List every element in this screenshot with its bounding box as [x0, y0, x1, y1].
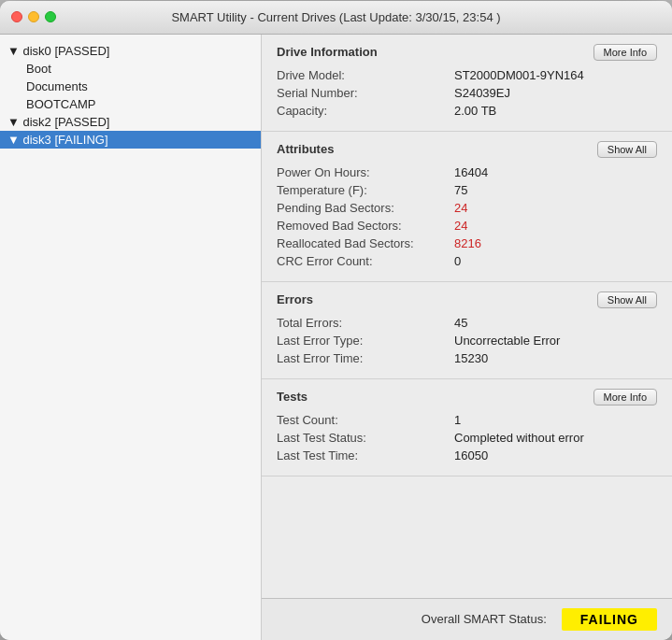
drive-info-rows: Drive Model:ST2000DM001-9YN164Serial Num… [277, 68, 657, 118]
sidebar-item-boot[interactable]: Boot [19, 60, 261, 78]
row-label: CRC Error Count: [277, 254, 454, 268]
sidebar: ▼ disk0 [PASSED]BootDocumentsBOOTCAMP▼ d… [0, 35, 262, 640]
row-label: Total Errors: [277, 316, 454, 330]
drive-info-header: Drive Information More Info [277, 44, 657, 61]
close-button[interactable] [11, 11, 22, 22]
table-row: Test Count:1 [277, 413, 657, 427]
drive-more-info-button[interactable]: More Info [593, 44, 657, 61]
errors-show-all-button[interactable]: Show All [597, 292, 657, 308]
row-label: Pending Bad Sectors: [277, 201, 454, 215]
table-row: Removed Bad Sectors:24 [277, 219, 657, 233]
minimize-button[interactable] [28, 11, 39, 22]
row-label: Temperature (F): [277, 183, 454, 197]
attributes-section: Attributes Show All Power On Hours:16404… [262, 132, 672, 282]
row-label: Last Test Status: [277, 431, 454, 445]
row-label: Power On Hours: [277, 165, 454, 179]
row-value: 75 [454, 183, 467, 197]
main-panel: Drive Information More Info Drive Model:… [262, 35, 672, 640]
table-row: CRC Error Count:0 [277, 254, 657, 268]
attributes-title: Attributes [277, 142, 334, 156]
window-title: SMART Utility - Current Drives (Last Upd… [171, 10, 500, 24]
attributes-show-all-button[interactable]: Show All [597, 141, 657, 158]
row-value: 16050 [454, 448, 488, 462]
row-label: Reallocated Bad Sectors: [277, 236, 454, 250]
table-row: Capacity:2.00 TB [277, 104, 657, 118]
titlebar: SMART Utility - Current Drives (Last Upd… [0, 1, 672, 35]
content-area: ▼ disk0 [PASSED]BootDocumentsBOOTCAMP▼ d… [0, 35, 672, 640]
row-label: Removed Bad Sectors: [277, 219, 454, 233]
row-value: S24039EJ [454, 86, 510, 100]
app-window: SMART Utility - Current Drives (Last Upd… [0, 1, 672, 640]
row-value: Completed without error [454, 431, 584, 445]
row-value: Uncorrectable Error [454, 334, 560, 348]
row-label: Test Count: [277, 413, 454, 427]
table-row: Drive Model:ST2000DM001-9YN164 [277, 68, 657, 82]
tests-section: Tests More Info Test Count:1Last Test St… [262, 379, 672, 476]
tests-header: Tests More Info [277, 389, 657, 405]
tests-more-info-button[interactable]: More Info [593, 389, 657, 405]
table-row: Temperature (F):75 [277, 183, 657, 197]
row-value: 2.00 TB [454, 104, 496, 118]
table-row: Serial Number:S24039EJ [277, 86, 657, 100]
status-label: Overall SMART Status: [422, 612, 547, 626]
row-value: 24 [454, 201, 467, 215]
row-label: Last Test Time: [277, 448, 454, 462]
errors-header: Errors Show All [277, 292, 657, 308]
table-row: Pending Bad Sectors:24 [277, 201, 657, 215]
row-value: 45 [454, 316, 467, 330]
tests-rows: Test Count:1Last Test Status:Completed w… [277, 413, 657, 462]
table-row: Last Test Status:Completed without error [277, 431, 657, 445]
table-row: Last Test Time:16050 [277, 448, 657, 462]
row-value: 15230 [454, 351, 488, 365]
drive-info-section: Drive Information More Info Drive Model:… [262, 35, 672, 132]
traffic-lights [11, 11, 56, 22]
table-row: Reallocated Bad Sectors:8216 [277, 236, 657, 250]
table-row: Last Error Time:15230 [277, 351, 657, 365]
row-label: Last Error Type: [277, 334, 454, 348]
row-value: 1 [454, 413, 461, 427]
table-row: Last Error Type:Uncorrectable Error [277, 334, 657, 348]
attributes-rows: Power On Hours:16404Temperature (F):75Pe… [277, 165, 657, 268]
row-label: Last Error Time: [277, 351, 454, 365]
row-value: 24 [454, 219, 467, 233]
row-value: 16404 [454, 165, 488, 179]
row-value: 0 [454, 254, 461, 268]
drive-info-title: Drive Information [277, 45, 378, 59]
table-row: Power On Hours:16404 [277, 165, 657, 179]
errors-section: Errors Show All Total Errors:45Last Erro… [262, 282, 672, 379]
row-label: Serial Number: [277, 86, 454, 100]
sidebar-item-disk0[interactable]: ▼ disk0 [PASSED] [0, 42, 261, 60]
attributes-header: Attributes Show All [277, 141, 657, 158]
maximize-button[interactable] [45, 11, 56, 22]
sidebar-item-disk3[interactable]: ▼ disk3 [FAILING] [0, 131, 261, 149]
errors-title: Errors [277, 292, 313, 306]
tests-title: Tests [277, 390, 307, 404]
status-bar: Overall SMART Status: FAILING [262, 598, 672, 640]
sidebar-item-documents[interactable]: Documents [19, 78, 261, 95]
errors-rows: Total Errors:45Last Error Type:Uncorrect… [277, 316, 657, 365]
row-label: Drive Model: [277, 68, 454, 82]
row-value: 8216 [454, 236, 481, 250]
row-label: Capacity: [277, 104, 454, 118]
sidebar-item-disk2[interactable]: ▼ disk2 [PASSED] [0, 113, 261, 131]
table-row: Total Errors:45 [277, 316, 657, 330]
status-badge: FAILING [562, 608, 657, 631]
sidebar-item-bootcamp[interactable]: BOOTCAMP [19, 95, 261, 113]
row-value: ST2000DM001-9YN164 [454, 68, 584, 82]
